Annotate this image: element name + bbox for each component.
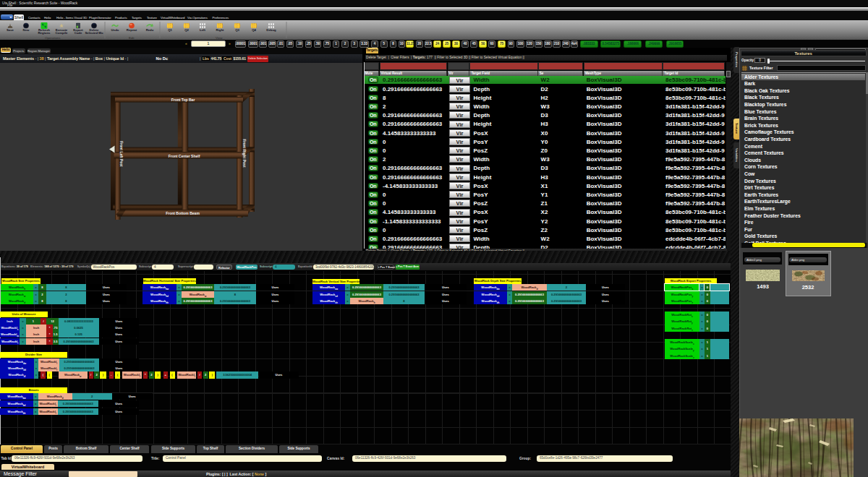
svg-text:Front Left Post: Front Left Post [119,141,124,167]
svg-text:Front Bottom Beam: Front Bottom Beam [166,211,200,215]
svg-text:Front Right Post: Front Right Post [242,139,247,167]
svg-text:Front Top Bar: Front Top Bar [171,98,195,102]
svg-text:Front Center Shelf: Front Center Shelf [169,154,200,158]
